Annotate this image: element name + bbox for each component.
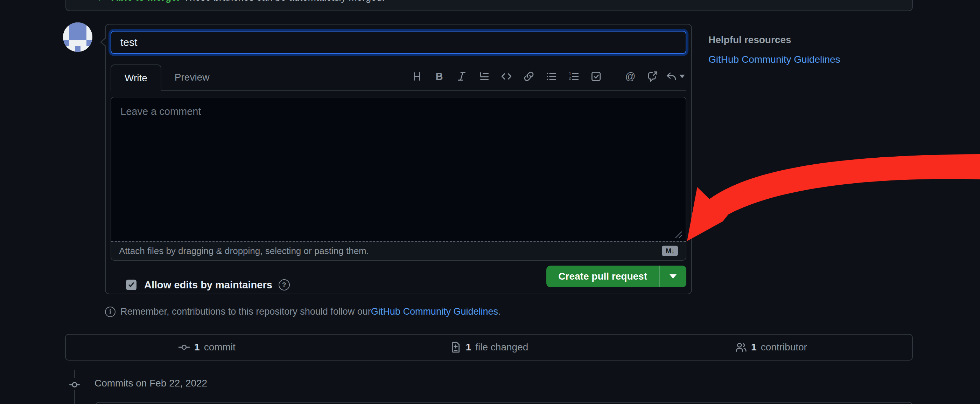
resize-handle[interactable] bbox=[674, 230, 683, 239]
note-text: Remember, contributions to this reposito… bbox=[120, 306, 371, 317]
contributors-count: 1 bbox=[751, 342, 757, 353]
mention-button[interactable]: @ bbox=[619, 68, 641, 85]
checkmark-icon bbox=[127, 281, 135, 289]
stat-files-changed[interactable]: 1 file changed bbox=[348, 335, 630, 360]
commits-date-heading: Commits on Feb 22, 2022 bbox=[94, 378, 207, 389]
markdown-toolbar: B 12 @ bbox=[406, 68, 686, 85]
files-label: file changed bbox=[475, 342, 528, 353]
tab-bar: Write Preview B bbox=[111, 64, 686, 91]
merge-status-text: Able to merge. bbox=[111, 0, 179, 3]
mention-icon: @ bbox=[625, 71, 635, 82]
files-count: 1 bbox=[466, 342, 471, 353]
italic-icon bbox=[456, 70, 468, 82]
annotation-arrow bbox=[681, 147, 980, 255]
unordered-list-button[interactable] bbox=[540, 68, 562, 85]
avatar bbox=[63, 22, 92, 52]
guidelines-note: i Remember, contributions to this reposi… bbox=[105, 306, 501, 317]
contributors-label: contributor bbox=[761, 342, 807, 353]
code-button[interactable] bbox=[495, 68, 518, 85]
commit-count: 1 bbox=[194, 342, 200, 353]
tasklist-button[interactable] bbox=[585, 68, 607, 85]
heading-icon bbox=[411, 70, 423, 82]
note-guidelines-link[interactable]: GitHub Community Guidelines bbox=[371, 306, 498, 317]
helpful-resources-heading: Helpful resources bbox=[708, 34, 840, 46]
cross-reference-icon bbox=[647, 70, 659, 82]
link-button[interactable] bbox=[518, 68, 540, 85]
svg-text:1: 1 bbox=[569, 71, 571, 76]
create-pr-split-button: Create pull request bbox=[546, 266, 686, 287]
action-row: Allow edits by maintainers ? Create pull… bbox=[111, 266, 686, 287]
code-icon bbox=[501, 70, 512, 82]
stat-commits[interactable]: 1 commit bbox=[66, 335, 348, 360]
stats-bar: 1 commit 1 file changed 1 contributor bbox=[65, 334, 913, 361]
stat-contributors[interactable]: 1 contributor bbox=[630, 335, 912, 360]
bold-button[interactable]: B bbox=[428, 68, 450, 85]
create-pr-dropdown-button[interactable] bbox=[659, 266, 686, 287]
quote-icon bbox=[478, 70, 490, 82]
chevron-down-icon bbox=[679, 75, 685, 78]
pull-request-compose-card: Write Preview B bbox=[105, 24, 692, 294]
community-guidelines-link[interactable]: GitHub Community Guidelines bbox=[708, 54, 840, 65]
pr-title-input[interactable] bbox=[111, 31, 686, 54]
ordered-list-icon: 12 bbox=[568, 70, 580, 82]
commit-label: commit bbox=[204, 342, 235, 353]
chevron-down-icon bbox=[670, 275, 676, 279]
allow-edits-checkbox[interactable] bbox=[126, 279, 137, 290]
tab-write[interactable]: Write bbox=[111, 64, 161, 91]
ordered-list-button[interactable]: 12 bbox=[562, 68, 585, 85]
merge-status-message: These branches can be automatically merg… bbox=[184, 0, 385, 3]
italic-button[interactable] bbox=[450, 68, 473, 85]
comment-box: Attach files by dragging & dropping, sel… bbox=[111, 97, 686, 261]
allow-edits-group: Allow edits by maintainers ? bbox=[126, 279, 290, 291]
file-diff-icon bbox=[450, 341, 461, 353]
saved-replies-icon bbox=[665, 70, 677, 82]
quote-button[interactable] bbox=[473, 68, 495, 85]
unordered-list-icon bbox=[545, 70, 557, 82]
create-pr-button[interactable]: Create pull request bbox=[546, 266, 659, 287]
merge-status-banner: ✓ Able to merge. These branches can be a… bbox=[65, 0, 913, 11]
tasklist-icon bbox=[590, 70, 602, 82]
commit-card-partial bbox=[95, 402, 913, 404]
people-icon bbox=[735, 341, 747, 353]
helpful-resources: Helpful resources GitHub Community Guide… bbox=[708, 34, 840, 65]
svg-text:2: 2 bbox=[569, 76, 571, 80]
markdown-icon[interactable]: M↓ bbox=[662, 246, 678, 256]
heading-button[interactable] bbox=[406, 68, 428, 85]
saved-replies-button[interactable] bbox=[664, 68, 686, 85]
bold-icon: B bbox=[436, 71, 443, 82]
link-icon bbox=[523, 70, 535, 82]
info-icon: i bbox=[105, 307, 116, 317]
allow-edits-label: Allow edits by maintainers bbox=[144, 279, 272, 291]
comment-textarea[interactable] bbox=[111, 97, 686, 241]
commit-icon bbox=[178, 341, 190, 353]
check-icon: ✓ bbox=[97, 0, 106, 4]
note-suffix: . bbox=[498, 306, 501, 317]
attach-files-bar[interactable]: Attach files by dragging & dropping, sel… bbox=[111, 241, 686, 260]
commit-timeline-icon bbox=[68, 378, 81, 393]
tab-preview[interactable]: Preview bbox=[161, 64, 223, 90]
attach-hint: Attach files by dragging & dropping, sel… bbox=[119, 246, 369, 257]
help-icon[interactable]: ? bbox=[278, 279, 290, 291]
cross-reference-button[interactable] bbox=[641, 68, 664, 85]
timeline-line bbox=[74, 370, 75, 378]
